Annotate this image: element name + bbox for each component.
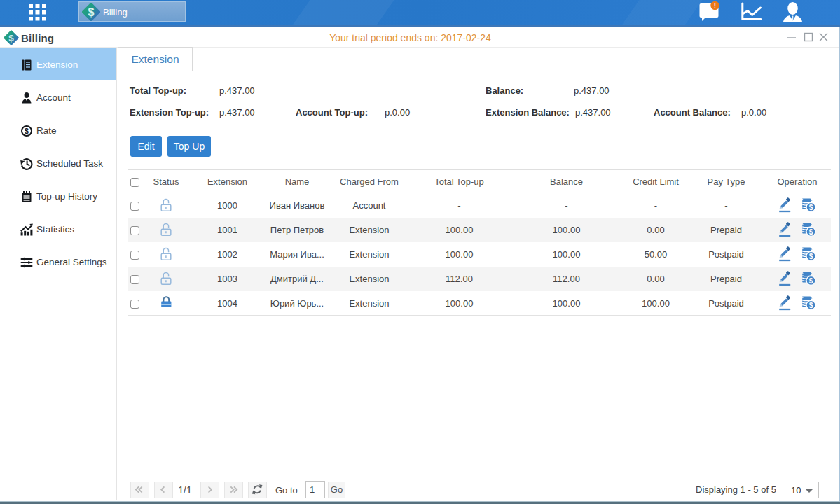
- svg-text:$: $: [88, 6, 95, 18]
- svg-text:$: $: [809, 252, 813, 260]
- svg-text:!: !: [714, 2, 716, 10]
- svg-text:$: $: [809, 203, 813, 211]
- svg-text:$: $: [809, 276, 813, 284]
- svg-text:$: $: [809, 301, 813, 309]
- svg-text:$: $: [25, 127, 29, 135]
- svg-text:$: $: [809, 227, 813, 235]
